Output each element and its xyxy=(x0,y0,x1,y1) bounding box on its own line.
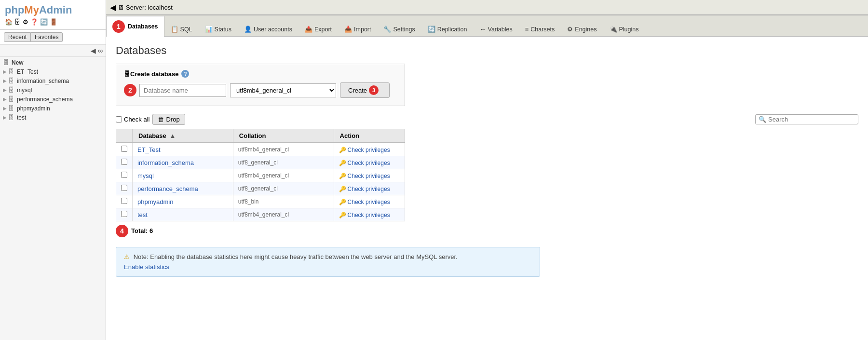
logo-php: php xyxy=(5,4,24,16)
db-icon[interactable]: 🗄 xyxy=(14,18,21,26)
db-name-link[interactable]: information_schema xyxy=(137,159,194,166)
settings-icon[interactable]: ⚙ xyxy=(23,18,28,26)
search-icon: 🔍 xyxy=(759,116,766,123)
check-privileges-link[interactable]: 🔑 Check privileges xyxy=(339,212,390,218)
th-collation-label: Collation xyxy=(239,132,266,139)
row-checkbox[interactable] xyxy=(121,146,127,152)
create-db-label: Create database xyxy=(130,70,178,78)
favorites-button[interactable]: Favorites xyxy=(31,32,63,42)
db-name-link[interactable]: performance_schema xyxy=(137,185,198,192)
reload-icon[interactable]: 🔄 xyxy=(40,18,48,26)
tab-user-accounts[interactable]: 👤 User accounts xyxy=(238,21,298,37)
table-header-row: Database ▲ Collation Action xyxy=(116,129,405,143)
create-button[interactable]: Create 3 xyxy=(340,82,390,98)
logo-icons: 🏠 🗄 ⚙ ❓ 🔄 🚪 xyxy=(5,18,101,26)
sidebar-item-information-schema[interactable]: ▶ 🗄 information_schema xyxy=(0,76,106,85)
home-icon[interactable]: 🏠 xyxy=(5,18,13,26)
tab-databases-label: Databases xyxy=(128,23,158,30)
question-icon[interactable]: ❓ xyxy=(30,18,38,26)
tab-charsets[interactable]: ≡ Charsets xyxy=(519,21,561,37)
db-name-link[interactable]: mysql xyxy=(137,172,154,179)
check-all-label[interactable]: Check all xyxy=(116,116,149,123)
sidebar-item-performance-schema[interactable]: ▶ 🗄 performance_schema xyxy=(0,95,106,104)
row-checkbox[interactable] xyxy=(121,159,127,165)
privileges-icon: 🔑 xyxy=(339,186,346,192)
row-checkbox[interactable] xyxy=(121,185,127,191)
check-privileges-link[interactable]: 🔑 Check privileges xyxy=(339,147,390,153)
row-checkbox[interactable] xyxy=(121,211,127,217)
back-icon[interactable]: ◀ xyxy=(110,3,116,12)
tab-import[interactable]: 📥 Import xyxy=(338,21,377,37)
collapse-icon[interactable]: ◀ xyxy=(91,47,96,54)
tab-engines-label: Engines xyxy=(575,26,597,33)
expand-test-icon: ▶ xyxy=(3,115,7,120)
row-db-name: phpmyadmin xyxy=(133,195,233,208)
db-name-link[interactable]: test xyxy=(137,211,148,218)
expand-icon[interactable]: ∞ xyxy=(98,47,103,54)
tab-status-label: Status xyxy=(215,26,231,33)
recent-button[interactable]: Recent xyxy=(4,32,31,42)
logo[interactable]: phpMyAdmin xyxy=(5,4,101,16)
drop-button[interactable]: 🗑 Drop xyxy=(152,114,185,125)
step2-badge-wrap: 2 xyxy=(124,84,226,97)
row-action: 🔑 Check privileges xyxy=(334,143,405,156)
tab-status[interactable]: 📊 Status xyxy=(199,21,238,37)
tab-variables[interactable]: ↔ Variables xyxy=(474,21,519,37)
total-wrap: 4 Total: 6 xyxy=(116,224,858,237)
tab-databases[interactable]: 1 Databases xyxy=(106,16,164,37)
row-collation: utf8_general_ci xyxy=(233,182,334,195)
th-database[interactable]: Database ▲ xyxy=(133,129,233,143)
row-db-name: mysql xyxy=(133,169,233,182)
perf-schema-label: performance_schema xyxy=(17,96,73,103)
replication-icon: 🔄 xyxy=(428,26,435,33)
tab-sql[interactable]: 📋 SQL xyxy=(164,21,199,37)
help-icon[interactable]: ? xyxy=(181,70,189,78)
db-name-input[interactable] xyxy=(139,84,226,97)
row-db-name: ET_Test xyxy=(133,143,233,156)
exit-icon[interactable]: 🚪 xyxy=(50,18,57,26)
sql-icon: 📋 xyxy=(171,26,178,33)
row-checkbox[interactable] xyxy=(121,198,127,204)
check-privileges-link[interactable]: 🔑 Check privileges xyxy=(339,173,390,179)
sidebar: phpMyAdmin 🏠 🗄 ⚙ ❓ 🔄 🚪 Recent Favorites … xyxy=(0,0,106,340)
table-row: phpmyadminutf8_bin🔑 Check privileges xyxy=(116,195,405,208)
import-icon: 📥 xyxy=(344,26,352,33)
tab-plugins[interactable]: 🔌 Plugins xyxy=(603,21,645,37)
step-badge-1: 1 xyxy=(112,20,125,33)
db-name-link[interactable]: ET_Test xyxy=(137,146,161,153)
tab-settings[interactable]: 🔧 Settings xyxy=(377,21,421,37)
et-test-db-icon: 🗄 xyxy=(8,68,14,75)
drop-btn-label: Drop xyxy=(166,116,179,123)
search-input[interactable] xyxy=(768,116,855,123)
step-badge-2: 2 xyxy=(124,84,136,96)
tab-settings-label: Settings xyxy=(393,26,415,33)
sidebar-item-phpmyadmin[interactable]: ▶ 🗄 phpmyadmin xyxy=(0,104,106,113)
collation-select[interactable]: utf8mb4_general_ciutf8_general_cilatin1_… xyxy=(230,83,336,97)
sidebar-item-mysql[interactable]: ▶ 🗄 mysql xyxy=(0,85,106,95)
sidebar-item-test[interactable]: ▶ 🗄 test xyxy=(0,113,106,122)
check-privileges-link[interactable]: 🔑 Check privileges xyxy=(339,186,390,192)
sidebar-item-new[interactable]: 🗄 New xyxy=(0,58,106,67)
check-privileges-link[interactable]: 🔑 Check privileges xyxy=(339,160,390,166)
tab-import-label: Import xyxy=(354,26,371,33)
sidebar-item-et-test[interactable]: ▶ 🗄 ET_Test xyxy=(0,67,106,76)
tab-export[interactable]: 📤 Export xyxy=(298,21,338,37)
th-action-label: Action xyxy=(340,132,359,139)
check-privileges-link[interactable]: 🔑 Check privileges xyxy=(339,199,390,205)
privileges-icon: 🔑 xyxy=(339,212,346,218)
nav-tabs: 1 Databases 📋 SQL 📊 Status 👤 User accoun… xyxy=(106,15,868,37)
privileges-icon: 🔑 xyxy=(339,173,346,179)
db-name-link[interactable]: phpmyadmin xyxy=(137,198,173,205)
tab-engines[interactable]: ⚙ Engines xyxy=(561,21,603,37)
row-checkbox[interactable] xyxy=(121,172,127,178)
server-icon: 🖥 xyxy=(118,4,124,11)
tab-replication[interactable]: 🔄 Replication xyxy=(421,21,474,37)
check-all-checkbox[interactable] xyxy=(116,116,122,122)
logo-admin: Admin xyxy=(39,4,72,16)
table-row: information_schemautf8_general_ci🔑 Check… xyxy=(116,156,405,169)
row-checkbox-cell xyxy=(116,143,133,156)
topbar: ◀ 🖥 Server: localhost xyxy=(106,0,868,15)
enable-statistics-link[interactable]: Enable statistics xyxy=(124,263,169,271)
row-action: 🔑 Check privileges xyxy=(334,182,405,195)
row-collation: utf8_bin xyxy=(233,195,334,208)
